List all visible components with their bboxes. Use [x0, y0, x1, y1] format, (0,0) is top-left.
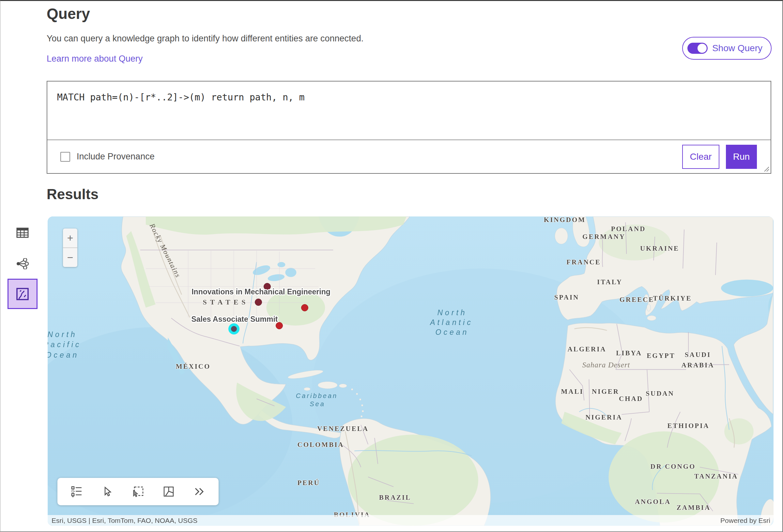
view-map-button[interactable]: [7, 279, 37, 309]
results-view-switcher: [7, 223, 37, 309]
learn-more-link[interactable]: Learn more about Query: [46, 54, 143, 64]
toggle-switch-icon[interactable]: [687, 43, 708, 54]
page-description: You can query a knowledge graph to ident…: [46, 34, 364, 44]
query-textarea[interactable]: MATCH path=(n)-[r*..2]->(m) return path,…: [47, 81, 771, 140]
map-label-chad: CHAD: [619, 395, 643, 403]
show-query-label: Show Query: [712, 43, 762, 54]
map-marker-maroon[interactable]: [263, 283, 271, 290]
attribution-text: Esri, USGS | Esri, TomTom, FAO, NOAA, US…: [48, 517, 197, 525]
map-label-sea: Sea: [310, 400, 325, 408]
map-label-niger: NIGER: [592, 388, 619, 396]
select-cursor-button[interactable]: [98, 482, 117, 501]
map-label-north: North: [437, 308, 467, 317]
legend-icon: [71, 486, 83, 497]
select-polygon-icon: [163, 486, 174, 497]
double-chevron-right-icon: [194, 487, 205, 496]
map-label-t-rkiye: TÜRKIYE: [653, 294, 692, 302]
map-label-algeria: ALGERIA: [567, 345, 606, 353]
map-label-dr-congo: DR CONGO: [651, 463, 696, 471]
map-marker-red[interactable]: [301, 304, 308, 311]
result-feature-label: Innovations in Mechanical Engineering: [191, 288, 331, 296]
map-label-france: FRANCE: [566, 258, 601, 266]
page-title: Query: [46, 5, 90, 23]
map-label-colombia: COLOMBIA: [297, 441, 344, 449]
map-label-saudi: SAUDI: [685, 351, 711, 359]
clear-button[interactable]: Clear: [682, 145, 719, 169]
map-label-rocky-mountains: Rocky Mountains: [148, 222, 182, 279]
table-icon: [16, 228, 29, 238]
view-table-button[interactable]: [7, 223, 37, 242]
select-rectangle-button[interactable]: [128, 482, 148, 501]
include-provenance-label: Include Provenance: [77, 152, 155, 162]
map-label-per-: PERÚ: [297, 479, 320, 487]
map-label-ocean: Ocean: [48, 351, 79, 360]
map-label-caribbean: Caribbean: [296, 392, 338, 400]
view-link-chart-button[interactable]: [7, 254, 37, 273]
map-label-spain: SPAIN: [554, 293, 579, 302]
map-marker-selected[interactable]: [228, 323, 240, 334]
map-label-m-xico: MÉXICO: [176, 363, 211, 371]
legend-button[interactable]: [67, 482, 87, 501]
map-label-egypt: EGYPT: [647, 352, 675, 360]
map-label-nigeria: NIGERIA: [585, 413, 622, 422]
toolbar-expand-button[interactable]: [190, 482, 209, 501]
query-panel-footer: Include Provenance Clear Run: [47, 140, 771, 173]
run-button[interactable]: Run: [726, 145, 757, 169]
query-panel: MATCH path=(n)-[r*..2]->(m) return path,…: [46, 81, 771, 174]
map-label-libya: LIBYA: [616, 349, 642, 357]
map-label-poland: POLAND: [611, 225, 646, 233]
powered-by-esri: Powered by Esri: [720, 517, 774, 525]
cursor-icon: [102, 486, 113, 497]
map-label-states: STATES: [202, 298, 249, 306]
map-label-mali: MALI: [561, 388, 583, 396]
map-marker-red[interactable]: [276, 322, 283, 329]
include-provenance-checkbox[interactable]: [60, 152, 70, 162]
map-label-kingdom: KINGDOM: [544, 217, 586, 224]
map-label-ethiopia: ETHIOPIA: [667, 422, 709, 430]
select-rectangle-icon: [132, 486, 144, 497]
link-chart-icon: [16, 258, 29, 269]
query-page: Query You can query a knowledge graph to…: [0, 0, 783, 532]
map-toolbar: [57, 478, 219, 505]
map-label-zambia: ZAMBIA: [677, 504, 711, 512]
results-map[interactable]: + − KINGDOMPOLANDGERMANYUKRAINEFRANCEITA…: [48, 217, 774, 526]
map-label-sudan: SUDAN: [646, 390, 674, 398]
map-label-north: North: [48, 330, 77, 339]
map-label-tanzania: TANZANIA: [694, 472, 738, 480]
select-polygon-button[interactable]: [159, 482, 179, 501]
results-title: Results: [46, 186, 98, 202]
map-label-brazil: BRAZIL: [379, 494, 411, 502]
map-label-venezuela: VENEZUELA: [317, 425, 369, 433]
map-icon: [15, 287, 29, 301]
toggle-knob: [697, 44, 707, 53]
map-label-germany: GERMANY: [582, 233, 625, 241]
map-label-sahara-desert: Sahara Desert: [582, 361, 630, 369]
map-label-atlantic: Atlantic: [430, 318, 473, 327]
map-label-arabia: ARABIA: [682, 361, 715, 369]
map-label-italy: ITALY: [597, 278, 623, 286]
result-feature-label: Sales Associate Summit: [191, 315, 278, 324]
map-label-angola: ANGOLA: [635, 498, 671, 506]
show-query-toggle[interactable]: Show Query: [682, 37, 772, 60]
map-label-ukraine: UKRAINE: [640, 244, 679, 253]
resize-grip-icon[interactable]: [763, 166, 770, 172]
map-label-ocean: Ocean: [436, 328, 469, 337]
map-label-greece: GREECE: [620, 296, 654, 304]
map-label-pacific: Pacific: [48, 340, 81, 349]
map-attribution-bar: Esri, USGS | Esri, TomTom, FAO, NOAA, US…: [48, 515, 774, 526]
map-marker-maroon[interactable]: [255, 299, 262, 306]
